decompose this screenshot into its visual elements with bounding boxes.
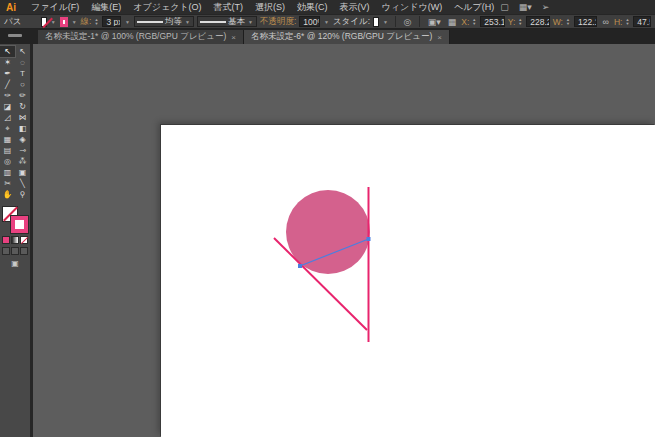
lasso-tool[interactable]: ◌ bbox=[15, 57, 30, 68]
direct-selection-tool[interactable]: ↖ bbox=[15, 46, 30, 57]
drawing-mode-buttons bbox=[2, 247, 28, 255]
eraser-tool[interactable]: ◪ bbox=[0, 101, 15, 112]
h-stepper[interactable]: ▲▼ bbox=[625, 18, 629, 26]
line-segment-tool[interactable]: ╱ bbox=[0, 79, 15, 90]
brush-label: 基本 bbox=[228, 16, 245, 28]
menu-effect[interactable]: 効果(C) bbox=[291, 1, 334, 14]
x-label[interactable]: X: bbox=[461, 17, 469, 27]
apply-gradient-button[interactable] bbox=[11, 236, 19, 244]
document-tab-1[interactable]: 名称未設定-1* @ 100% (RGB/GPU プレビュー) × bbox=[38, 30, 244, 44]
arrange-documents-icon[interactable]: ▢ bbox=[500, 2, 509, 12]
apply-none-button[interactable] bbox=[20, 236, 28, 244]
stroke-dropdown-caret-icon[interactable]: ▼ bbox=[71, 19, 78, 25]
isolate-icon[interactable]: ▣▾ bbox=[426, 17, 443, 27]
control-bar: パス ▼ ▼ 線: ▲▼ 3 px ▼ 均等 ▼ 基本 ▼ 不透明度: 100%… bbox=[0, 14, 655, 29]
h-field[interactable]: 47.5 px bbox=[633, 16, 651, 27]
zoom-tool[interactable]: ⚲ bbox=[15, 189, 30, 200]
w-field[interactable]: 122.136 p bbox=[574, 16, 598, 27]
paintbrush-tool[interactable]: ✑ bbox=[0, 90, 15, 101]
apply-color-button[interactable] bbox=[2, 236, 10, 244]
width-tool[interactable]: ⋈ bbox=[15, 112, 30, 123]
recolor-artwork-icon[interactable]: ◎ bbox=[401, 17, 413, 27]
fill-color-swatch[interactable] bbox=[41, 17, 47, 27]
blend-tool[interactable]: ◎ bbox=[0, 156, 15, 167]
workspace-switcher-icon[interactable]: ▦▾ bbox=[519, 2, 532, 12]
artboard[interactable] bbox=[161, 125, 655, 437]
screen-mode-button[interactable]: ▣ bbox=[11, 259, 19, 268]
knife-tool[interactable]: ╲ bbox=[15, 178, 30, 189]
mesh-tool[interactable]: ◈ bbox=[15, 134, 30, 145]
symbol-sprayer-tool[interactable]: ⁂ bbox=[15, 156, 30, 167]
anchor-point-left[interactable] bbox=[298, 264, 302, 268]
canvas-pasteboard[interactable] bbox=[33, 44, 655, 437]
menu-edit[interactable]: 編集(E) bbox=[85, 1, 127, 14]
opacity-label[interactable]: 不透明度: bbox=[260, 16, 296, 28]
opacity-caret-icon[interactable]: ▼ bbox=[323, 19, 330, 25]
tools-grid: ↖↖✶◌✒T╱○✑✏◪↻◿⋈⌖◧▦◈▤⊸◎⁂▥▣✂╲✋⚲ bbox=[0, 46, 30, 200]
stepper-down-icon[interactable]: ▼ bbox=[94, 22, 98, 26]
y-field[interactable]: 228.25 px bbox=[526, 16, 550, 27]
pen-tool[interactable]: ✒ bbox=[0, 68, 15, 79]
draw-behind-button[interactable] bbox=[11, 247, 19, 255]
stroke-weight-caret-icon[interactable]: ▼ bbox=[124, 19, 131, 25]
close-tab-icon[interactable]: × bbox=[231, 33, 236, 42]
constrain-proportions-icon[interactable]: ∞ bbox=[600, 17, 610, 27]
stroke-color-swatch[interactable] bbox=[60, 17, 68, 27]
tools-panel-header bbox=[0, 29, 38, 44]
document-tab-title: 名称未設定-1* @ 100% (RGB/GPU プレビュー) bbox=[45, 31, 226, 43]
style-swatch[interactable] bbox=[373, 17, 379, 27]
menu-window[interactable]: ウィンドウ(W) bbox=[376, 1, 449, 14]
stroke-weight-label[interactable]: 線: bbox=[81, 16, 92, 28]
perspective-grid-tool[interactable]: ▦ bbox=[0, 134, 15, 145]
eyedropper-tool[interactable]: ⊸ bbox=[15, 145, 30, 156]
selection-tool[interactable]: ↖ bbox=[0, 46, 15, 57]
artboard-tool[interactable]: ▣ bbox=[15, 167, 30, 178]
share-icon[interactable]: ➢ bbox=[542, 2, 550, 12]
opacity-field[interactable]: 100% bbox=[299, 16, 320, 27]
free-transform-tool[interactable]: ⌖ bbox=[0, 123, 15, 134]
w-label[interactable]: W: bbox=[553, 17, 563, 27]
fill-stroke-indicator bbox=[2, 206, 28, 233]
menu-view[interactable]: 表示(V) bbox=[334, 1, 376, 14]
y-stepper[interactable]: ▲▼ bbox=[518, 18, 522, 26]
document-tab-bar: 名称未設定-1* @ 100% (RGB/GPU プレビュー) × 名称未設定-… bbox=[0, 29, 655, 44]
slice-tool[interactable]: ✂ bbox=[0, 178, 15, 189]
menu-file[interactable]: ファイル(F) bbox=[25, 1, 85, 14]
column-graph-tool[interactable]: ▥ bbox=[0, 167, 15, 178]
type-tool[interactable]: T bbox=[15, 68, 30, 79]
close-tab-icon[interactable]: × bbox=[437, 33, 442, 42]
style-label: スタイル: bbox=[333, 16, 370, 28]
pencil-tool[interactable]: ✏ bbox=[15, 90, 30, 101]
draw-inside-button[interactable] bbox=[20, 247, 28, 255]
context-label: パス bbox=[4, 16, 38, 28]
transform-grid-icon[interactable]: ▦ bbox=[446, 17, 459, 27]
stroke-weight-stepper[interactable]: ▲▼ bbox=[94, 18, 98, 26]
y-label[interactable]: Y: bbox=[508, 17, 516, 27]
menu-type[interactable]: 書式(T) bbox=[208, 1, 250, 14]
menu-help[interactable]: ヘルプ(H) bbox=[448, 1, 500, 14]
menu-select[interactable]: 選択(S) bbox=[249, 1, 291, 14]
hand-tool[interactable]: ✋ bbox=[0, 189, 15, 200]
h-label[interactable]: H: bbox=[614, 17, 623, 27]
menu-object[interactable]: オブジェクト(O) bbox=[127, 1, 207, 14]
color-type-buttons bbox=[2, 236, 28, 244]
anchor-point-right[interactable] bbox=[367, 237, 371, 241]
brush-definition-dropdown[interactable]: 基本 ▼ bbox=[197, 16, 257, 27]
width-profile-dropdown[interactable]: 均等 ▼ bbox=[134, 16, 194, 27]
scale-tool[interactable]: ◿ bbox=[0, 112, 15, 123]
document-tab-2[interactable]: 名称未設定-6* @ 120% (RGB/GPU プレビュー) × bbox=[244, 30, 450, 44]
draw-normal-button[interactable] bbox=[2, 247, 10, 255]
stroke-weight-field[interactable]: 3 px bbox=[102, 16, 121, 27]
stroke-indicator-active[interactable] bbox=[11, 216, 28, 233]
width-profile-caret-icon: ▼ bbox=[184, 19, 191, 25]
x-field[interactable]: 253.197 p bbox=[480, 16, 504, 27]
magic-wand-tool[interactable]: ✶ bbox=[0, 57, 15, 68]
w-stepper[interactable]: ▲▼ bbox=[566, 18, 570, 26]
x-stepper[interactable]: ▲▼ bbox=[472, 18, 476, 26]
gradient-tool[interactable]: ▤ bbox=[0, 145, 15, 156]
ellipse-tool[interactable]: ○ bbox=[15, 79, 30, 90]
collapse-panel-icon[interactable] bbox=[8, 34, 22, 37]
rotate-tool[interactable]: ↻ bbox=[15, 101, 30, 112]
style-caret-icon[interactable]: ▼ bbox=[382, 19, 389, 25]
shape-builder-tool[interactable]: ◧ bbox=[15, 123, 30, 134]
